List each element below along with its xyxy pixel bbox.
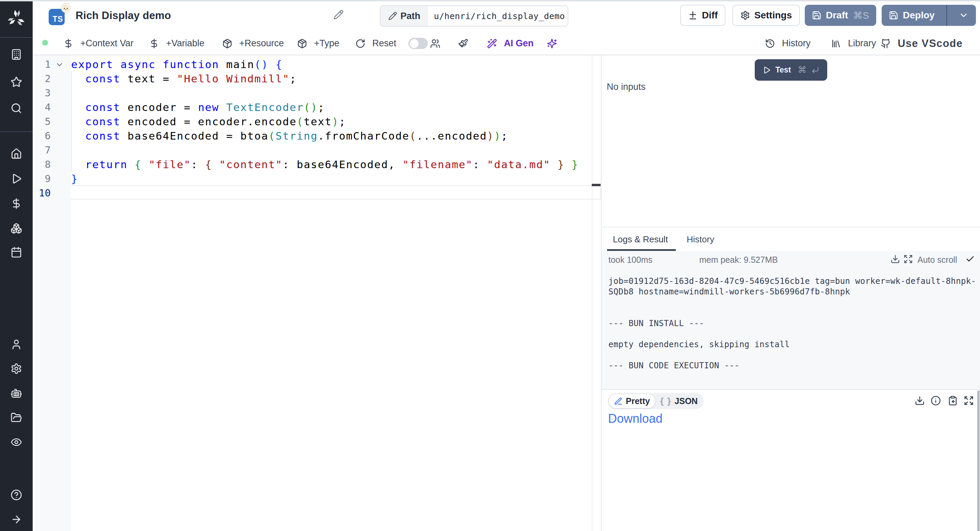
code-token: base64Encoded = btoa: [121, 130, 269, 142]
toolbar-label: +Resource: [239, 38, 284, 49]
sidebar-item-play-icon[interactable]: [11, 173, 22, 185]
toolbar-label: +Context Var: [80, 38, 134, 49]
sidebar-item-boxes-icon[interactable]: [11, 223, 22, 234]
sidebar-item-help-circle-icon[interactable]: [11, 489, 22, 501]
test-button[interactable]: Test ⌘: [755, 59, 827, 81]
bun-emoji-icon: [61, 3, 71, 13]
sidebar-item-calendar-icon[interactable]: [11, 246, 22, 258]
expand-logs-icon[interactable]: [904, 254, 913, 264]
path-label: Path: [380, 6, 428, 26]
deploy-button[interactable]: Deploy: [882, 5, 976, 26]
right-panel: Test ⌘ No inputs Logs & Result History t…: [601, 56, 980, 531]
toolbar-use-vscode-button[interactable]: Use VScode: [881, 32, 963, 54]
toolbar-resource-button[interactable]: +Resource: [222, 32, 284, 54]
code-token: [142, 158, 149, 171]
toolbar-ai-gen-button[interactable]: AI Gen: [487, 32, 533, 54]
sidebar-item-building-icon[interactable]: [11, 49, 22, 60]
code-token: const: [85, 72, 121, 85]
path-field[interactable]: Path u/henri/rich_display_demo: [380, 5, 568, 27]
deploy-main-button[interactable]: Deploy: [882, 5, 942, 26]
download-result-icon[interactable]: [915, 395, 925, 406]
toolbar-sparkles-icon[interactable]: [547, 32, 557, 54]
pen-line-icon: [614, 397, 623, 406]
dollar-sign-icon: [63, 38, 73, 49]
toolbar-library-button[interactable]: Library: [831, 32, 876, 54]
result-scrollbar[interactable]: [977, 391, 980, 531]
tab-history[interactable]: History: [687, 227, 714, 252]
sidebar-divider: [0, 131, 33, 132]
code-token: return: [85, 158, 127, 171]
code-token: [219, 101, 226, 113]
code-token: [71, 130, 85, 142]
code-token: {: [205, 158, 212, 171]
info-icon[interactable]: [931, 395, 941, 406]
fold-chevron-icon[interactable]: [55, 60, 64, 69]
sidebar-item-search-icon[interactable]: [11, 102, 22, 114]
path-value[interactable]: u/henri/rich_display_demo: [428, 6, 568, 26]
result-view-switch: Pretty { } JSON: [608, 393, 704, 409]
settings-button[interactable]: Settings: [732, 5, 800, 26]
sparkles-icon: [547, 38, 557, 49]
toolbar-contextvar-button[interactable]: +Context Var: [63, 32, 134, 54]
toolbar-paintbrush-icon[interactable]: [458, 32, 468, 54]
deploy-dropdown-button[interactable]: [951, 5, 976, 26]
code-token: "file": [149, 158, 191, 171]
line-number: 6: [33, 129, 51, 143]
download-logs-icon[interactable]: [891, 254, 900, 264]
sidebar-item-dollar-sign-icon[interactable]: [11, 198, 22, 209]
toolbar-users-icon[interactable]: [430, 32, 440, 54]
toolbar-label: History: [782, 38, 811, 49]
code-token: }: [557, 158, 565, 171]
user-icon: [11, 339, 22, 350]
overview-ruler-cursor: [592, 184, 601, 186]
paintbrush-icon: [458, 38, 468, 49]
code-token: "Hello Windmill": [177, 72, 290, 85]
check-icon[interactable]: [966, 254, 975, 264]
sidebar-item-bot-icon[interactable]: [11, 387, 22, 399]
code-editor[interactable]: 1export async function main() {2 const t…: [33, 56, 601, 531]
braces-icon: { }: [660, 396, 671, 407]
windmill-logo[interactable]: [0, 0, 33, 37]
sidebar-item-settings-icon[interactable]: [11, 363, 22, 375]
logs-panel: took 100ms mem peak: 9.527MB Auto scroll…: [601, 251, 980, 389]
clipboard-copy-icon[interactable]: [948, 395, 958, 406]
code-token: "content": [219, 158, 282, 171]
sidebar-item-arrow-right-icon[interactable]: [11, 513, 22, 525]
sidebar-item-home-icon[interactable]: [11, 148, 22, 159]
code-token: (): [255, 58, 269, 70]
code-token: ;: [290, 72, 297, 85]
diff-icon: [688, 11, 698, 20]
code-token: ...encoded: [417, 130, 487, 142]
code-token: TextEncoder: [226, 101, 304, 113]
expand-result-icon[interactable]: [964, 395, 974, 406]
code-token: (: [269, 130, 275, 142]
edit-title-icon[interactable]: [334, 10, 344, 20]
toolbar-label: Reset: [372, 38, 396, 49]
package-icon: [297, 38, 307, 49]
dollar-sign-icon: [11, 198, 22, 209]
toolbar-history-button[interactable]: History: [765, 32, 811, 54]
sidebar-item-star-icon[interactable]: [11, 76, 22, 88]
json-toggle[interactable]: { } JSON: [655, 394, 703, 408]
header: TS Rich Display demo Path u/henri/rich_d…: [33, 0, 980, 32]
download-result-link[interactable]: Download: [608, 411, 662, 426]
code-token: ): [494, 130, 501, 142]
toolbar-reset-button[interactable]: Reset: [355, 32, 396, 54]
gear-icon: [740, 11, 750, 20]
code-token: text: [304, 115, 332, 128]
sidebar-item-folder-open-icon[interactable]: [11, 412, 22, 423]
deploy-split-divider: [946, 5, 947, 26]
sidebar-item-eye-icon[interactable]: [11, 436, 22, 448]
diff-mode-toggle[interactable]: [408, 38, 428, 49]
tab-logs-result[interactable]: Logs & Result: [613, 227, 668, 252]
code-token: .fromCharCode: [318, 130, 409, 142]
windmill-script-editor: TS Rich Display demo Path u/henri/rich_d…: [0, 0, 980, 531]
diff-button[interactable]: Diff: [680, 5, 725, 26]
pretty-toggle[interactable]: Pretty: [609, 394, 655, 408]
toolbar-label: AI Gen: [504, 38, 533, 49]
draft-button[interactable]: Draft ⌘S: [805, 5, 876, 26]
toolbar-variable-button[interactable]: +Variable: [149, 32, 205, 54]
auto-scroll-label: Auto scroll: [917, 255, 957, 265]
sidebar-item-user-icon[interactable]: [11, 339, 22, 350]
toolbar-type-button[interactable]: +Type: [297, 32, 339, 54]
